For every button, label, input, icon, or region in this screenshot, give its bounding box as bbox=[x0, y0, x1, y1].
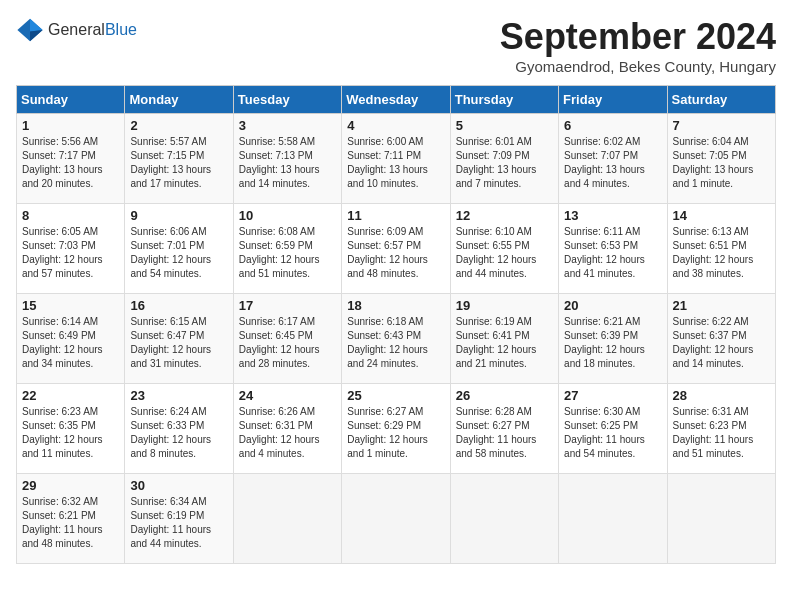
calendar-header-row: SundayMondayTuesdayWednesdayThursdayFrid… bbox=[17, 86, 776, 114]
day-cell bbox=[233, 474, 341, 564]
day-number: 17 bbox=[239, 298, 336, 313]
day-info: Sunrise: 6:32 AM Sunset: 6:21 PM Dayligh… bbox=[22, 495, 119, 551]
day-info: Sunrise: 6:26 AM Sunset: 6:31 PM Dayligh… bbox=[239, 405, 336, 461]
day-number: 2 bbox=[130, 118, 227, 133]
day-number: 23 bbox=[130, 388, 227, 403]
day-info: Sunrise: 5:57 AM Sunset: 7:15 PM Dayligh… bbox=[130, 135, 227, 191]
day-number: 3 bbox=[239, 118, 336, 133]
day-number: 6 bbox=[564, 118, 661, 133]
logo: GeneralBlue bbox=[16, 16, 137, 44]
day-info: Sunrise: 6:01 AM Sunset: 7:09 PM Dayligh… bbox=[456, 135, 553, 191]
day-number: 19 bbox=[456, 298, 553, 313]
svg-marker-1 bbox=[30, 19, 43, 32]
day-cell: 23Sunrise: 6:24 AM Sunset: 6:33 PM Dayli… bbox=[125, 384, 233, 474]
day-number: 13 bbox=[564, 208, 661, 223]
day-cell: 12Sunrise: 6:10 AM Sunset: 6:55 PM Dayli… bbox=[450, 204, 558, 294]
day-cell: 14Sunrise: 6:13 AM Sunset: 6:51 PM Dayli… bbox=[667, 204, 775, 294]
day-info: Sunrise: 6:31 AM Sunset: 6:23 PM Dayligh… bbox=[673, 405, 770, 461]
day-cell bbox=[450, 474, 558, 564]
col-header-sunday: Sunday bbox=[17, 86, 125, 114]
day-cell: 30Sunrise: 6:34 AM Sunset: 6:19 PM Dayli… bbox=[125, 474, 233, 564]
day-number: 30 bbox=[130, 478, 227, 493]
day-cell: 29Sunrise: 6:32 AM Sunset: 6:21 PM Dayli… bbox=[17, 474, 125, 564]
logo-text: GeneralBlue bbox=[48, 21, 137, 39]
day-cell: 2Sunrise: 5:57 AM Sunset: 7:15 PM Daylig… bbox=[125, 114, 233, 204]
day-cell bbox=[667, 474, 775, 564]
day-number: 18 bbox=[347, 298, 444, 313]
day-cell: 24Sunrise: 6:26 AM Sunset: 6:31 PM Dayli… bbox=[233, 384, 341, 474]
day-info: Sunrise: 6:05 AM Sunset: 7:03 PM Dayligh… bbox=[22, 225, 119, 281]
day-info: Sunrise: 6:30 AM Sunset: 6:25 PM Dayligh… bbox=[564, 405, 661, 461]
day-number: 22 bbox=[22, 388, 119, 403]
day-info: Sunrise: 6:06 AM Sunset: 7:01 PM Dayligh… bbox=[130, 225, 227, 281]
day-cell: 3Sunrise: 5:58 AM Sunset: 7:13 PM Daylig… bbox=[233, 114, 341, 204]
day-info: Sunrise: 6:02 AM Sunset: 7:07 PM Dayligh… bbox=[564, 135, 661, 191]
week-row-1: 1Sunrise: 5:56 AM Sunset: 7:17 PM Daylig… bbox=[17, 114, 776, 204]
day-cell: 10Sunrise: 6:08 AM Sunset: 6:59 PM Dayli… bbox=[233, 204, 341, 294]
calendar-table: SundayMondayTuesdayWednesdayThursdayFrid… bbox=[16, 85, 776, 564]
day-cell: 1Sunrise: 5:56 AM Sunset: 7:17 PM Daylig… bbox=[17, 114, 125, 204]
day-info: Sunrise: 6:23 AM Sunset: 6:35 PM Dayligh… bbox=[22, 405, 119, 461]
day-info: Sunrise: 6:19 AM Sunset: 6:41 PM Dayligh… bbox=[456, 315, 553, 371]
day-info: Sunrise: 6:24 AM Sunset: 6:33 PM Dayligh… bbox=[130, 405, 227, 461]
day-number: 27 bbox=[564, 388, 661, 403]
day-cell: 6Sunrise: 6:02 AM Sunset: 7:07 PM Daylig… bbox=[559, 114, 667, 204]
logo-general-text: General bbox=[48, 21, 105, 38]
day-cell bbox=[559, 474, 667, 564]
day-cell: 4Sunrise: 6:00 AM Sunset: 7:11 PM Daylig… bbox=[342, 114, 450, 204]
month-title: September 2024 bbox=[500, 16, 776, 58]
day-number: 21 bbox=[673, 298, 770, 313]
day-info: Sunrise: 6:18 AM Sunset: 6:43 PM Dayligh… bbox=[347, 315, 444, 371]
day-info: Sunrise: 6:22 AM Sunset: 6:37 PM Dayligh… bbox=[673, 315, 770, 371]
col-header-wednesday: Wednesday bbox=[342, 86, 450, 114]
week-row-5: 29Sunrise: 6:32 AM Sunset: 6:21 PM Dayli… bbox=[17, 474, 776, 564]
day-number: 29 bbox=[22, 478, 119, 493]
day-number: 26 bbox=[456, 388, 553, 403]
day-cell: 9Sunrise: 6:06 AM Sunset: 7:01 PM Daylig… bbox=[125, 204, 233, 294]
week-row-2: 8Sunrise: 6:05 AM Sunset: 7:03 PM Daylig… bbox=[17, 204, 776, 294]
col-header-tuesday: Tuesday bbox=[233, 86, 341, 114]
day-number: 15 bbox=[22, 298, 119, 313]
day-info: Sunrise: 6:08 AM Sunset: 6:59 PM Dayligh… bbox=[239, 225, 336, 281]
day-cell: 28Sunrise: 6:31 AM Sunset: 6:23 PM Dayli… bbox=[667, 384, 775, 474]
day-cell: 16Sunrise: 6:15 AM Sunset: 6:47 PM Dayli… bbox=[125, 294, 233, 384]
day-cell: 15Sunrise: 6:14 AM Sunset: 6:49 PM Dayli… bbox=[17, 294, 125, 384]
col-header-thursday: Thursday bbox=[450, 86, 558, 114]
title-area: September 2024 Gyomaendrod, Bekes County… bbox=[500, 16, 776, 75]
day-info: Sunrise: 6:09 AM Sunset: 6:57 PM Dayligh… bbox=[347, 225, 444, 281]
day-cell: 13Sunrise: 6:11 AM Sunset: 6:53 PM Dayli… bbox=[559, 204, 667, 294]
day-number: 7 bbox=[673, 118, 770, 133]
header: GeneralBlue September 2024 Gyomaendrod, … bbox=[16, 16, 776, 75]
day-cell bbox=[342, 474, 450, 564]
day-cell: 7Sunrise: 6:04 AM Sunset: 7:05 PM Daylig… bbox=[667, 114, 775, 204]
col-header-saturday: Saturday bbox=[667, 86, 775, 114]
day-info: Sunrise: 6:00 AM Sunset: 7:11 PM Dayligh… bbox=[347, 135, 444, 191]
day-number: 10 bbox=[239, 208, 336, 223]
svg-marker-2 bbox=[30, 30, 43, 41]
day-info: Sunrise: 6:11 AM Sunset: 6:53 PM Dayligh… bbox=[564, 225, 661, 281]
day-info: Sunrise: 6:15 AM Sunset: 6:47 PM Dayligh… bbox=[130, 315, 227, 371]
day-info: Sunrise: 5:56 AM Sunset: 7:17 PM Dayligh… bbox=[22, 135, 119, 191]
day-number: 1 bbox=[22, 118, 119, 133]
day-cell: 5Sunrise: 6:01 AM Sunset: 7:09 PM Daylig… bbox=[450, 114, 558, 204]
logo-blue-text: Blue bbox=[105, 21, 137, 38]
day-cell: 8Sunrise: 6:05 AM Sunset: 7:03 PM Daylig… bbox=[17, 204, 125, 294]
day-cell: 11Sunrise: 6:09 AM Sunset: 6:57 PM Dayli… bbox=[342, 204, 450, 294]
col-header-monday: Monday bbox=[125, 86, 233, 114]
day-number: 25 bbox=[347, 388, 444, 403]
day-info: Sunrise: 6:13 AM Sunset: 6:51 PM Dayligh… bbox=[673, 225, 770, 281]
day-cell: 18Sunrise: 6:18 AM Sunset: 6:43 PM Dayli… bbox=[342, 294, 450, 384]
day-info: Sunrise: 5:58 AM Sunset: 7:13 PM Dayligh… bbox=[239, 135, 336, 191]
day-info: Sunrise: 6:21 AM Sunset: 6:39 PM Dayligh… bbox=[564, 315, 661, 371]
day-number: 28 bbox=[673, 388, 770, 403]
week-row-3: 15Sunrise: 6:14 AM Sunset: 6:49 PM Dayli… bbox=[17, 294, 776, 384]
location-subtitle: Gyomaendrod, Bekes County, Hungary bbox=[500, 58, 776, 75]
day-number: 5 bbox=[456, 118, 553, 133]
day-number: 4 bbox=[347, 118, 444, 133]
day-info: Sunrise: 6:34 AM Sunset: 6:19 PM Dayligh… bbox=[130, 495, 227, 551]
day-cell: 17Sunrise: 6:17 AM Sunset: 6:45 PM Dayli… bbox=[233, 294, 341, 384]
day-number: 20 bbox=[564, 298, 661, 313]
day-info: Sunrise: 6:27 AM Sunset: 6:29 PM Dayligh… bbox=[347, 405, 444, 461]
week-row-4: 22Sunrise: 6:23 AM Sunset: 6:35 PM Dayli… bbox=[17, 384, 776, 474]
day-number: 14 bbox=[673, 208, 770, 223]
